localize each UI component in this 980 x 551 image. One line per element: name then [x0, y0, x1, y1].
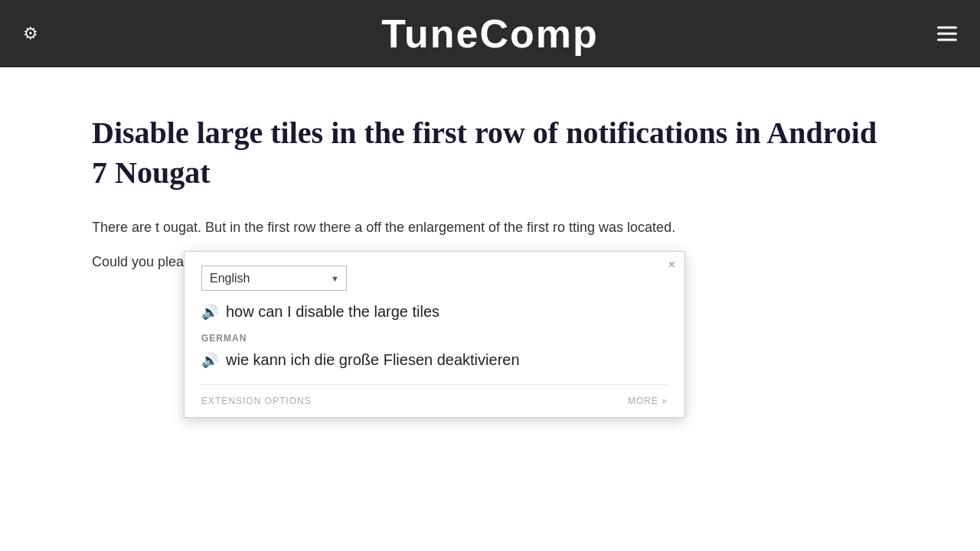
- article-paragraph-1: There are t ougat. But in the first row …: [92, 216, 888, 240]
- speaker-icon-source[interactable]: 🔊: [201, 304, 218, 321]
- popup-close-button[interactable]: ×: [668, 258, 675, 272]
- page-content: Disable large tiles in the first row of …: [0, 67, 980, 296]
- site-title: TuneComp: [381, 11, 599, 57]
- source-text: how can I disable the large tiles: [226, 303, 439, 321]
- popup-footer: EXTENSION OPTIONS MORE »: [201, 394, 668, 406]
- body-text-mid2: off the enlargement of the first ro: [366, 220, 565, 235]
- more-link[interactable]: MORE »: [628, 396, 668, 406]
- language-select-row: English German French Spanish Italian: [201, 266, 668, 291]
- speaker-icon-translated[interactable]: 🔊: [201, 352, 218, 369]
- extension-options-link[interactable]: EXTENSION OPTIONS: [201, 396, 312, 406]
- popup-divider: [201, 384, 668, 385]
- translated-text-row: 🔊 wie kann ich die große Fliesen deaktiv…: [201, 351, 668, 369]
- site-header: ⚙ TuneComp: [0, 0, 980, 67]
- gear-icon[interactable]: ⚙: [23, 24, 38, 44]
- language-select[interactable]: English German French Spanish Italian: [201, 266, 347, 291]
- source-text-row: 🔊 how can I disable the large tiles: [201, 303, 668, 321]
- article-title: Disable large tiles in the first row of …: [92, 113, 888, 193]
- body-text-start: There are t: [92, 220, 159, 235]
- menu-icon[interactable]: [937, 27, 957, 41]
- translation-popup: × English German French Spanish Italian …: [184, 251, 685, 418]
- body-text-mid1: ougat. But in the first row there a: [163, 220, 362, 235]
- german-label: GERMAN: [201, 333, 668, 344]
- language-select-wrapper: English German French Spanish Italian: [201, 266, 347, 291]
- translated-text: wie kann ich die große Fliesen deaktivie…: [226, 351, 520, 369]
- body-text-mid3: tting was located.: [569, 220, 675, 235]
